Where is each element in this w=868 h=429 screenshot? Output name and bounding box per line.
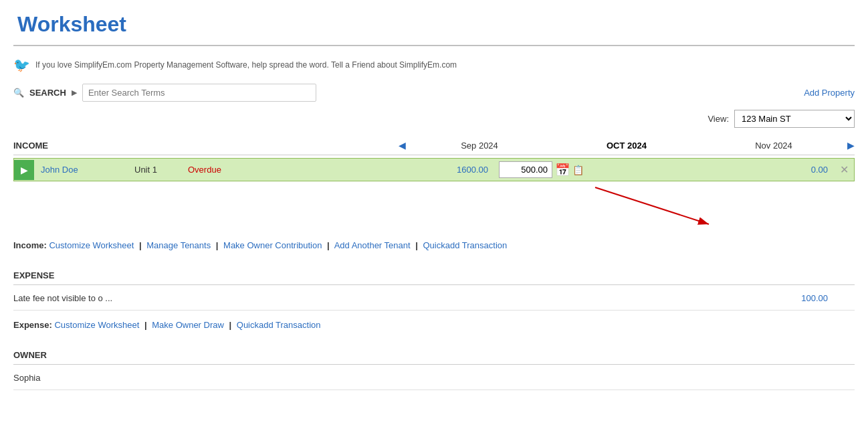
prev-amount-link[interactable]: 1600.00 [248, 159, 495, 180]
income-row: ▶ John Doe Unit 1 Overdue 1600.00 📅 📋 0.… [13, 158, 855, 181]
note-icon[interactable]: 📋 [572, 165, 584, 175]
annotation-area [13, 184, 855, 231]
promo-bar: 🐦 If you love SimplifyEm.com Property Ma… [13, 53, 855, 80]
view-row: View: 123 Main ST All Properties [13, 106, 855, 136]
play-icon: ▶ [21, 165, 28, 175]
expense-link-owner-draw[interactable]: Make Owner Draw [152, 320, 224, 330]
current-amount-input[interactable] [499, 161, 552, 178]
income-links: Income: Customize Worksheet | Manage Ten… [13, 231, 855, 253]
unit-label: Unit 1 [128, 159, 181, 180]
expense-section: EXPENSE Late fee not visible to o ... 10… [13, 266, 855, 333]
expense-section-title: EXPENSE [13, 270, 855, 280]
sep-2: | [216, 240, 219, 250]
promo-icon: 🐦 [13, 57, 30, 73]
income-section-header: INCOME ◀ Sep 2024 OCT 2024 Nov 2024 ▶ [13, 136, 855, 155]
expense-links: Expense: Customize Worksheet | Make Owne… [13, 311, 855, 333]
close-button[interactable]: ✕ [835, 161, 854, 179]
owner-section-header: OWNER [13, 346, 855, 365]
expense-row: Late fee not visible to o ... 100.00 [13, 286, 855, 311]
promo-text: If you love SimplifyEm.com Property Mana… [35, 60, 457, 70]
search-arrow-icon: ▶ [72, 88, 77, 97]
next-amount-link[interactable]: 0.00 [588, 159, 835, 180]
amount-input-wrap: 📅 📋 [495, 159, 588, 181]
search-label: SEARCH [29, 88, 66, 98]
income-link-manage-tenants[interactable]: Manage Tenants [146, 240, 211, 250]
income-link-owner-contribution[interactable]: Make Owner Contribution [223, 240, 322, 250]
expense-link-customize[interactable]: Customize Worksheet [54, 320, 139, 330]
svg-line-1 [595, 187, 709, 224]
owner-name: Sophia [13, 366, 855, 390]
expense-name: Late fee not visible to o ... [13, 293, 788, 303]
owner-section: OWNER Sophia [13, 346, 855, 390]
next-month-arrow[interactable]: ▶ [847, 140, 855, 151]
expense-section-header: EXPENSE [13, 266, 855, 285]
next-month-label: Nov 2024 [700, 141, 847, 151]
income-link-add-tenant[interactable]: Add Another Tenant [334, 240, 411, 250]
income-link-quickadd[interactable]: Quickadd Transaction [423, 240, 508, 250]
expense-link-quickadd[interactable]: Quickadd Transaction [237, 320, 321, 330]
owner-section-title: OWNER [13, 350, 855, 360]
income-link-customize[interactable]: Customize Worksheet [49, 240, 134, 250]
search-icon: 🔍 [13, 88, 24, 98]
month-nav: ◀ Sep 2024 OCT 2024 Nov 2024 ▶ [399, 140, 855, 151]
sep-3: | [327, 240, 330, 250]
prev-month-arrow[interactable]: ◀ [399, 140, 406, 151]
search-input[interactable] [82, 84, 316, 102]
play-button[interactable]: ▶ [14, 160, 34, 180]
prev-month-label: Sep 2024 [406, 141, 553, 151]
income-section-title: INCOME [13, 141, 399, 151]
view-select[interactable]: 123 Main ST All Properties [734, 110, 855, 128]
income-links-prefix: Income: [13, 240, 47, 250]
sep-6: | [229, 320, 232, 330]
current-month-label: OCT 2024 [553, 141, 700, 151]
expense-amount-link[interactable]: 100.00 [788, 293, 855, 303]
red-arrow-annotation [588, 184, 736, 231]
expense-links-prefix: Expense: [13, 320, 52, 330]
top-divider [13, 45, 855, 46]
sep-1: | [139, 240, 142, 250]
add-property-link[interactable]: Add Property [804, 88, 855, 98]
page-title: Worksheet [13, 0, 855, 45]
tenant-name-link[interactable]: John Doe [34, 159, 128, 180]
view-label: View: [708, 114, 729, 124]
sep-5: | [144, 320, 147, 330]
search-row: 🔍 SEARCH ▶ Add Property [13, 80, 855, 106]
overdue-status: Overdue [181, 159, 248, 180]
sep-4: | [415, 240, 418, 250]
calendar-icon[interactable]: 📅 [555, 163, 570, 177]
